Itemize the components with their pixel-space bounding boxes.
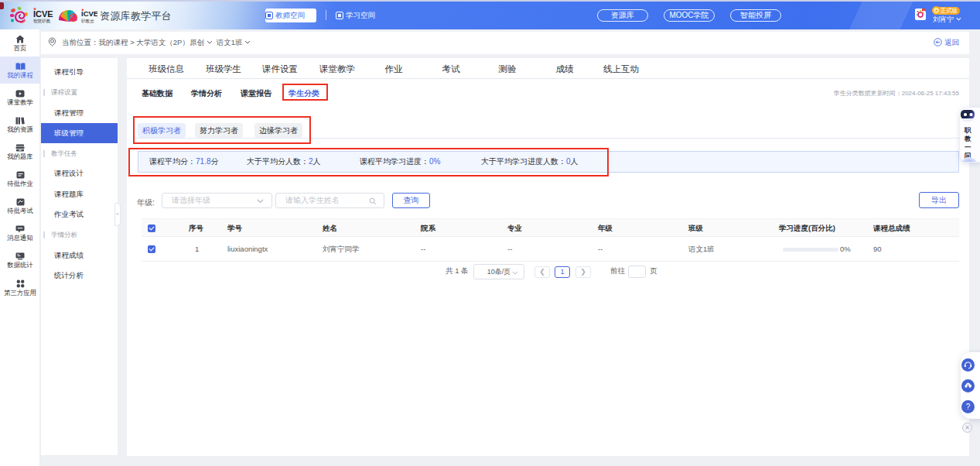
svg-text:智慧职教: 智慧职教 (33, 19, 51, 24)
svg-text:ICVE: ICVE (33, 9, 53, 19)
svg-text:ICVE: ICVE (81, 9, 97, 18)
svg-text:职教云: 职教云 (81, 19, 94, 24)
